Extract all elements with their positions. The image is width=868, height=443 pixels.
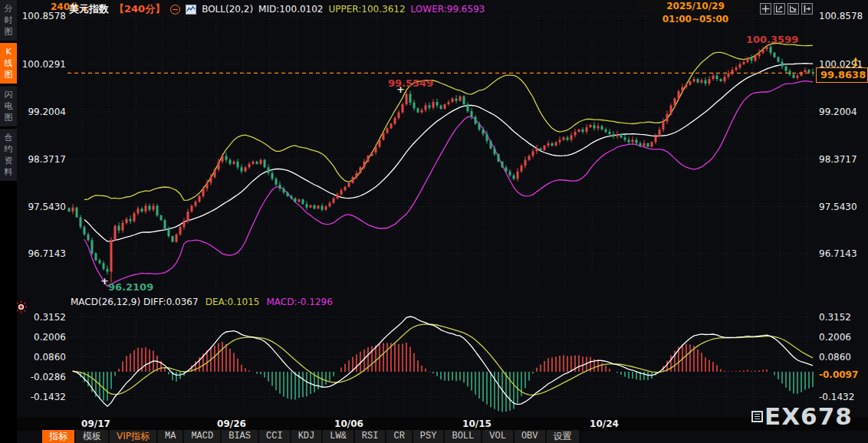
boll-upper-value: UPPER:100.3612 <box>329 4 406 15</box>
toolbar-button-KDJ[interactable]: KDJ <box>291 430 322 443</box>
high-price-annotation: 100.3599 <box>746 34 798 45</box>
chart-tool-icons <box>760 3 813 15</box>
macd-axis-label: 0.0860 <box>819 352 866 363</box>
date-tick-label: 10/06 <box>326 418 372 429</box>
period-tag[interactable]: 【240分】 <box>114 2 165 16</box>
collapse-icon[interactable] <box>170 5 180 15</box>
macd-axis-label: 0.0860 <box>20 352 66 363</box>
toolbar-button-MACD[interactable]: MACD <box>184 430 220 443</box>
toolbar-button-指标[interactable]: 指标 <box>42 430 74 443</box>
price-label: 100.8578 <box>819 11 866 21</box>
date-tick-label: 10/15 <box>454 418 500 429</box>
watermark: EX678 <box>751 405 853 428</box>
low-price-annotation: 96.2109 <box>108 281 153 293</box>
price-label: 99.2004 <box>819 107 866 117</box>
macd-axis-label: 0.3152 <box>819 312 866 323</box>
indicator-toolbar: 指标模板VIP指标MAMACDBIASCCIKDJLW&RSICRPSYBOLL… <box>42 430 579 443</box>
price-label: 99.2004 <box>20 107 66 117</box>
boll-lower-value: LOWER:99.6593 <box>411 4 485 15</box>
macd-title-diff: MACD(26,12,9) DIFF:0.0367 <box>71 297 199 307</box>
main-chart-canvas[interactable] <box>67 6 814 296</box>
toolbar-button-CR[interactable]: CR <box>386 430 411 443</box>
price-label: 97.5430 <box>819 202 866 212</box>
toolbar-button-MA[interactable]: MA <box>158 430 182 443</box>
price-label: 96.7143 <box>819 248 866 259</box>
macd-axis-label: -0.1432 <box>819 392 866 402</box>
price-label: 98.3717 <box>819 154 866 165</box>
symbol-name: 美元指数 <box>69 2 109 16</box>
price-label: 98.3717 <box>20 154 66 165</box>
toolbar-button-BIAS[interactable]: BIAS <box>222 430 258 443</box>
toolbar-button-PSY[interactable]: PSY <box>413 430 444 443</box>
macd-header: MACD(26,12,9) DIFF:0.0367 DEA:0.1015 MAC… <box>71 297 333 307</box>
toolbar-button-BOLL[interactable]: BOLL <box>445 430 481 443</box>
toolbar-button-VIP指标[interactable]: VIP指标 <box>110 430 156 443</box>
macd-value: MACD:-0.1296 <box>267 297 333 307</box>
toolbar-button-CCI[interactable]: CCI <box>259 430 290 443</box>
chart-type-sidebar: 分时图K线图闪电图合约资料 <box>0 0 17 443</box>
scale-right-icon[interactable] <box>787 3 799 15</box>
sidebar-item-3[interactable]: 合约资料 <box>0 129 17 181</box>
boll-params-label: BOLL(20,2) <box>202 4 253 15</box>
scale-left-icon[interactable] <box>774 3 785 15</box>
toolbar-button-VOL[interactable]: VOL <box>482 430 513 443</box>
price-label: 96.7143 <box>20 248 66 259</box>
macd-axis-label: 0.2006 <box>20 332 66 343</box>
toolbar-button-设置[interactable]: 设置 <box>547 430 579 443</box>
chart-header: 美元指数 【240分】 BOLL(20,2) MID:100.0102 UPPE… <box>69 2 485 16</box>
date-tick-label: 09/17 <box>73 418 119 429</box>
macd-axis-label: -0.0286 <box>20 372 66 382</box>
time-axis-row: 09/1709/2610/0610/1510/24 <box>17 418 868 431</box>
toolbar-button-OBV[interactable]: OBV <box>515 430 545 443</box>
watermark-text: EX678 <box>764 405 853 428</box>
macd-axis-label: 0.3152 <box>20 312 66 323</box>
macd-axis-label: -0.1432 <box>20 392 66 402</box>
price-label: 97.5430 <box>20 202 66 212</box>
date-tick-label: 10/24 <box>581 418 627 429</box>
sidebar-item-2[interactable]: 闪电图 <box>0 86 17 126</box>
macd-dea-value: DEA:0.1015 <box>205 297 260 307</box>
toolbar-button-模板[interactable]: 模板 <box>76 430 108 443</box>
low-cross-marker: + <box>100 275 109 287</box>
crosshair-icon[interactable] <box>760 3 771 15</box>
boll-mid-value: MID:100.0102 <box>258 4 323 15</box>
swing-high-cross-marker: + <box>396 84 405 95</box>
macd-chart-canvas[interactable] <box>67 310 814 418</box>
price-label: 100.0291 <box>20 59 66 70</box>
price-up-arrows-icon: ▲▲ <box>853 57 857 66</box>
last-price-marker: 99.8638 <box>816 67 868 83</box>
macd-last-marker: -0.0097 <box>816 369 866 382</box>
swing-high-annotation: 99.5549 <box>388 77 433 89</box>
shift-right-icon[interactable] <box>801 3 813 15</box>
trading-app-window: 分时图K线图闪电图合约资料 美元指数 【240分】 BOLL(20,2) MID… <box>0 0 868 443</box>
macd-axis-label: 0.2006 <box>819 332 866 343</box>
current-bar-time-label: 2025/10/29 01:00~05:00 <box>637 0 754 13</box>
sidebar-item-0[interactable]: 分时图 <box>0 0 17 41</box>
watermark-logo-icon <box>751 411 763 422</box>
toolbar-button-RSI[interactable]: RSI <box>355 430 386 443</box>
indicator-chart-icon[interactable] <box>186 5 196 15</box>
sidebar-item-1[interactable]: K线图 <box>0 43 17 84</box>
toolbar-button-LW&[interactable]: LW& <box>323 430 353 443</box>
date-tick-label: 09/26 <box>209 418 255 429</box>
